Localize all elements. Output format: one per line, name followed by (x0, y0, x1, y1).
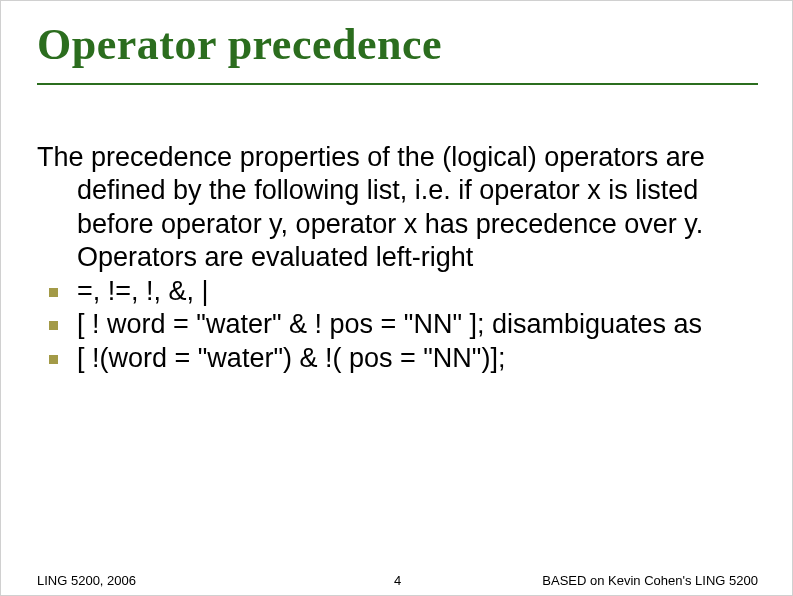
bullet-square-icon (49, 288, 58, 297)
bullet-text: [ !(word = "water") & !( pos = "NN")]; (77, 343, 505, 373)
footer-right: BASED on Kevin Cohen's LING 5200 (542, 573, 758, 588)
slide-title: Operator precedence (37, 19, 442, 70)
slide: Operator precedence The precedence prope… (0, 0, 793, 596)
bullet-text: =, !=, !, &, | (77, 276, 209, 306)
list-item: [ ! word = "water" & ! pos = "NN" ]; dis… (37, 308, 749, 341)
bullet-text: [ ! word = "water" & ! pos = "NN" ]; dis… (77, 309, 702, 339)
bullet-list: =, !=, !, &, | [ ! word = "water" & ! po… (37, 275, 749, 375)
title-underline (37, 83, 758, 85)
intro-text: The precedence properties of the (logica… (37, 141, 749, 275)
bullet-square-icon (49, 355, 58, 364)
bullet-square-icon (49, 321, 58, 330)
list-item: [ !(word = "water") & !( pos = "NN")]; (37, 342, 749, 375)
slide-body: The precedence properties of the (logica… (37, 141, 749, 375)
list-item: =, !=, !, &, | (37, 275, 749, 308)
